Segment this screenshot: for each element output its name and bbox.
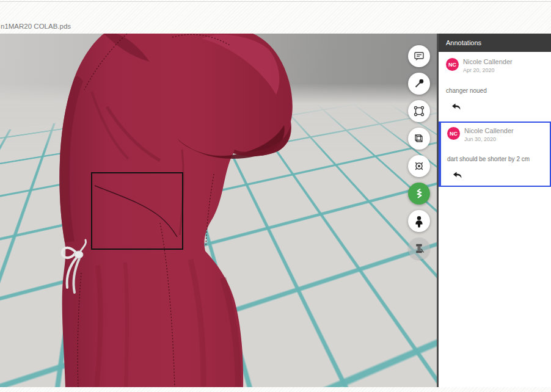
region-annotation-box[interactable] — [91, 172, 183, 250]
comment-text: dart should be shorter by 2 cm — [447, 156, 544, 162]
annotation-list-tool-button[interactable] — [408, 45, 430, 67]
comment-date: Apr 20, 2020 — [463, 67, 513, 73]
file-title: n1MAR20 COLAB.pds — [1, 23, 71, 30]
box-view-tool-button[interactable] — [408, 128, 430, 150]
comment-card[interactable]: NC Nicole Callender Apr 20, 2020 changer… — [439, 52, 551, 122]
person-icon — [412, 214, 426, 228]
comment-author: Nicole Callender — [463, 58, 513, 65]
avatar-tool-button[interactable] — [408, 210, 430, 232]
zigzag-stitch-icon — [412, 186, 426, 201]
avatar: NC — [446, 58, 459, 71]
avatar: NC — [447, 127, 460, 140]
spool-tool-button[interactable] — [408, 238, 430, 260]
cube-icon — [412, 131, 426, 146]
pin-icon — [412, 76, 426, 91]
speech-bubble-icon — [412, 49, 426, 64]
reply-arrow-icon — [453, 172, 462, 179]
annotations-panel-title: Annotations — [446, 39, 481, 46]
title-bar: n1MAR20 COLAB.pds — [0, 0, 551, 34]
annotations-panel: Annotations NC Nicole Callender Apr 20, … — [439, 34, 551, 387]
stitch-tool-button[interactable] — [408, 183, 430, 205]
pin-annotation-tool-button[interactable] — [408, 73, 430, 95]
region-annotation-tool-button[interactable] — [408, 100, 430, 122]
thread-spool-icon — [412, 241, 426, 256]
target-icon — [412, 159, 426, 173]
reply-button[interactable] — [453, 170, 462, 178]
3d-viewport[interactable] — [0, 34, 438, 387]
comment-author: Nicole Callender — [464, 127, 514, 134]
bounding-box-icon — [412, 104, 426, 118]
comment-text: changer noued — [446, 87, 544, 94]
app-window: n1MAR20 COLAB.pds — [0, 0, 551, 392]
comment-card-selected[interactable]: NC Nicole Callender Jun 30, 2020 dart sh… — [439, 122, 551, 187]
title-bar-divider — [0, 1, 551, 2]
garment-dress — [0, 34, 438, 387]
reply-arrow-icon — [451, 103, 461, 111]
focus-tool-button[interactable] — [408, 155, 430, 177]
bottom-edge-strip — [0, 387, 551, 392]
comment-date: Jun 30, 2020 — [464, 136, 514, 142]
reply-button[interactable] — [451, 102, 461, 109]
annotations-panel-header: Annotations — [439, 34, 551, 52]
